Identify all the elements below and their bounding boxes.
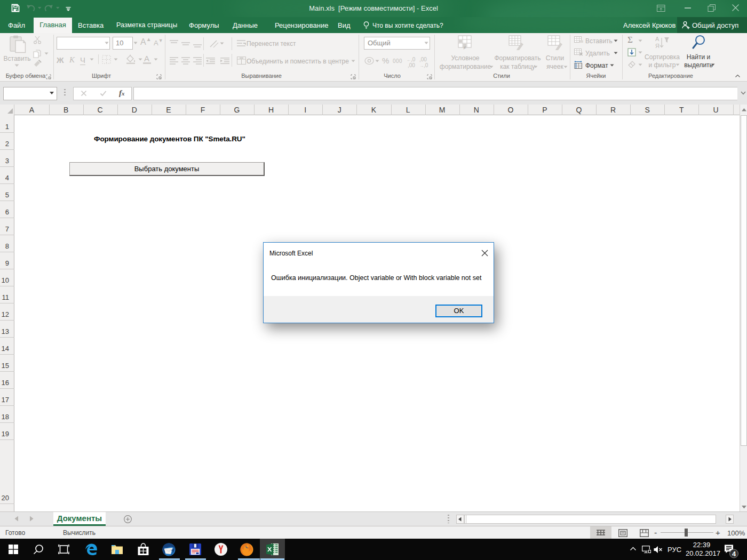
svg-text:Я: Я xyxy=(655,43,659,49)
svg-text:А: А xyxy=(655,36,659,42)
svg-text:4: 4 xyxy=(732,550,736,558)
svg-text:≠: ≠ xyxy=(463,45,466,50)
